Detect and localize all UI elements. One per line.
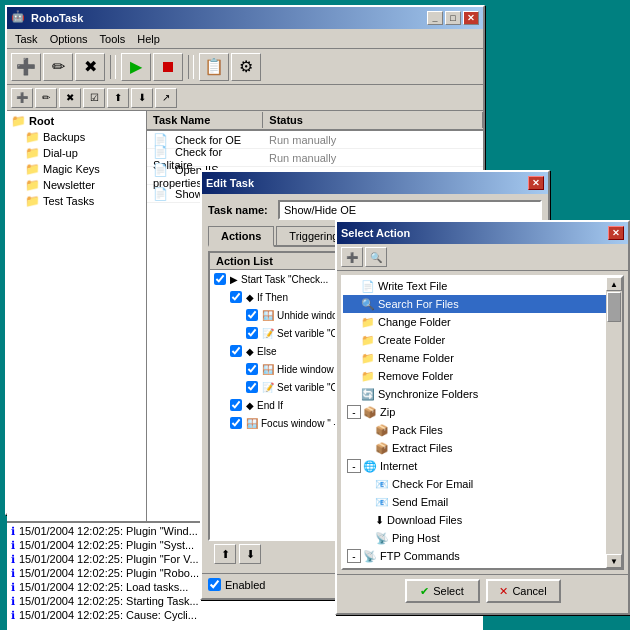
tree-scrollbar[interactable]: ▲ ▼ (606, 277, 622, 568)
action-check-1[interactable] (214, 273, 226, 285)
action-check-3[interactable] (246, 309, 258, 321)
toolbar-sep1 (110, 55, 116, 79)
task-view-btn[interactable]: 📋 (199, 53, 229, 81)
secondary-toolbar: ➕ ✏ ✖ ☑ ⬆ ⬇ ↗ (7, 85, 483, 111)
tree-extract-files[interactable]: 📦 Extract Files (343, 439, 606, 457)
up-btn[interactable]: ⬆ (107, 88, 129, 108)
menu-options[interactable]: Options (44, 31, 94, 47)
extract-files-icon: 📦 (375, 442, 389, 455)
enabled-checkbox[interactable] (208, 578, 221, 591)
task-name-input[interactable] (278, 200, 542, 220)
edit-btn[interactable]: ✏ (35, 88, 57, 108)
add-btn[interactable]: ➕ (11, 88, 33, 108)
check-email-label: Check For Email (392, 478, 473, 490)
action-check-7[interactable] (246, 381, 258, 393)
action-check-2[interactable] (230, 291, 242, 303)
tree-dialup[interactable]: 📁 Dial-up (9, 145, 144, 161)
select-button[interactable]: ✔ Select (405, 579, 480, 603)
zip-label: Zip (380, 406, 395, 418)
tree-pack-files[interactable]: 📦 Pack Files (343, 421, 606, 439)
task-tree[interactable]: 📁 Root 📁 Backups 📁 Dial-up 📁 Magic Keys … (7, 111, 147, 521)
tree-ping-host[interactable]: 📡 Ping Host (343, 529, 606, 547)
log-icon-3: ℹ (11, 553, 15, 566)
tree-write-text[interactable]: 📄 Write Text File (343, 277, 606, 295)
tree-create-folder[interactable]: 📁 Create Folder (343, 331, 606, 349)
task-icon-3: 📄 (153, 163, 168, 177)
testtasks-icon: 📁 (25, 194, 40, 208)
tree-download-files[interactable]: ⬇ Download Files (343, 511, 606, 529)
ftp-expand[interactable]: - (347, 549, 361, 563)
action-tree-panel[interactable]: 📄 Write Text File 🔍 Search For Files 📁 C… (341, 275, 624, 570)
tree-backups[interactable]: 📁 Backups (9, 129, 144, 145)
tree-search-files[interactable]: 🔍 Search For Files (343, 295, 606, 313)
tree-rename-folder[interactable]: 📁 Rename Folder (343, 349, 606, 367)
delete-task-btn[interactable]: ✖ (75, 53, 105, 81)
tree-testtasks[interactable]: 📁 Test Tasks (9, 193, 144, 209)
create-folder-icon: 📁 (361, 334, 375, 347)
zip-expand[interactable]: - (347, 405, 361, 419)
menu-help[interactable]: Help (131, 31, 166, 47)
rename-folder-label: Rename Folder (378, 352, 454, 364)
sa-add-btn[interactable]: ➕ (341, 247, 363, 267)
action-text-5: Else (257, 346, 276, 357)
stop-btn[interactable]: ⏹ (153, 53, 183, 81)
backups-icon: 📁 (25, 130, 40, 144)
tree-dialup-label: Dial-up (43, 147, 78, 159)
tree-internet-group[interactable]: - 🌐 Internet (343, 457, 606, 475)
minimize-button[interactable]: _ (427, 11, 443, 25)
tree-ftp-group[interactable]: - 📡 FTP Commands (343, 547, 606, 565)
sa-search-btn[interactable]: 🔍 (365, 247, 387, 267)
action-icon-2: ◆ (246, 292, 254, 303)
action-check-8[interactable] (230, 399, 242, 411)
tree-check-email[interactable]: 📧 Check For Email (343, 475, 606, 493)
tree-magickeys[interactable]: 📁 Magic Keys (9, 161, 144, 177)
tree-send-email[interactable]: 📧 Send Email (343, 493, 606, 511)
task-list-header: Task Name Status (147, 111, 483, 131)
action-icon-5: ◆ (246, 346, 254, 357)
magickeys-icon: 📁 (25, 162, 40, 176)
settings-btn[interactable]: ⚙ (231, 53, 261, 81)
select-action-close[interactable]: ✕ (608, 226, 624, 240)
log-icon-2: ℹ (11, 539, 15, 552)
tree-zip-group[interactable]: - 📦 Zip (343, 403, 606, 421)
scroll-up-btn[interactable]: ▲ (606, 277, 622, 291)
new-task-btn[interactable]: ➕ (11, 53, 41, 81)
menu-tools[interactable]: Tools (94, 31, 132, 47)
send-email-label: Send Email (392, 496, 448, 508)
tree-sync-folders[interactable]: 🔄 Synchronize Folders (343, 385, 606, 403)
action-check-5[interactable] (230, 345, 242, 357)
select-action-footer: ✔ Select ✕ Cancel (337, 574, 628, 607)
scroll-down-btn[interactable]: ▼ (606, 554, 622, 568)
tree-newsletter[interactable]: 📁 Newsletter (9, 177, 144, 193)
menu-task[interactable]: Task (9, 31, 44, 47)
change-folder-label: Change Folder (378, 316, 451, 328)
tree-ftp-logon[interactable]: 📡 FTP Log On (343, 565, 606, 568)
action-icon-8: ◆ (246, 400, 254, 411)
action-check-9[interactable] (230, 417, 242, 429)
down-btn[interactable]: ⬇ (131, 88, 153, 108)
jump-btn[interactable]: ↗ (155, 88, 177, 108)
tree-root[interactable]: 📁 Root (9, 113, 144, 129)
remove-folder-label: Remove Folder (378, 370, 453, 382)
sync-folders-label: Synchronize Folders (378, 388, 478, 400)
move-up-btn[interactable]: ⬆ (214, 544, 236, 564)
close-button[interactable]: ✕ (463, 11, 479, 25)
tree-backups-label: Backups (43, 131, 85, 143)
internet-expand[interactable]: - (347, 459, 361, 473)
tree-change-folder[interactable]: 📁 Change Folder (343, 313, 606, 331)
tree-remove-folder[interactable]: 📁 Remove Folder (343, 367, 606, 385)
action-check-6[interactable] (246, 363, 258, 375)
change-folder-icon: 📁 (361, 316, 375, 329)
download-files-label: Download Files (387, 514, 462, 526)
scroll-thumb[interactable] (607, 292, 621, 322)
move-down-btn[interactable]: ⬇ (239, 544, 261, 564)
edit-task-close[interactable]: ✕ (528, 176, 544, 190)
run-btn[interactable]: ▶ (121, 53, 151, 81)
del-btn[interactable]: ✖ (59, 88, 81, 108)
action-check-4[interactable] (246, 327, 258, 339)
edit-task-btn[interactable]: ✏ (43, 53, 73, 81)
check-btn[interactable]: ☑ (83, 88, 105, 108)
tab-actions[interactable]: Actions (208, 226, 274, 247)
maximize-button[interactable]: □ (445, 11, 461, 25)
cancel-button[interactable]: ✕ Cancel (486, 579, 561, 603)
